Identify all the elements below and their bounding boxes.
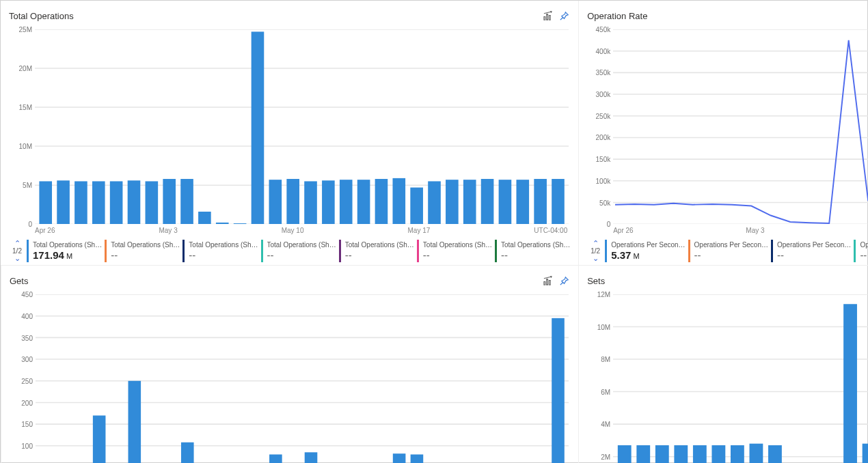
legend-label: Operations Per Secon… — [694, 241, 768, 249]
svg-rect-9 — [39, 181, 52, 224]
svg-rect-94 — [552, 318, 565, 463]
pin-icon[interactable] — [558, 10, 570, 22]
svg-rect-12 — [92, 181, 105, 224]
chevron-up-icon[interactable]: ⌃ — [593, 240, 599, 247]
legend-value: 171.94 M — [33, 249, 102, 262]
svg-rect-52 — [544, 281, 545, 285]
svg-rect-14 — [128, 180, 141, 224]
svg-rect-32 — [446, 180, 459, 224]
legend-item[interactable]: Total Operations (Sh…-- — [182, 240, 258, 262]
tile-operation-rate: Operation Rate 050k100k150k200k250k300k3… — [578, 1, 868, 265]
svg-rect-11 — [74, 181, 87, 224]
legend-item[interactable]: Total Operations (Sh…-- — [339, 240, 414, 262]
chart-title: Sets — [587, 276, 868, 286]
chart-title: Operation Rate — [587, 11, 868, 21]
legend-item[interactable]: Total Operations (Sh…-- — [105, 240, 180, 262]
y-axis: 05M10M15M20M25M — [9, 29, 33, 224]
legend-value: -- — [189, 249, 258, 262]
legend-value: -- — [111, 249, 180, 262]
svg-rect-31 — [428, 181, 441, 224]
y-axis: 050100150200250300350400450 — [10, 294, 34, 463]
legend-item[interactable]: Operations Per Secon…-- — [854, 240, 868, 262]
legend-item[interactable]: Total Operations (Sh…171.94 M — [27, 240, 102, 262]
legend-label: Total Operations (Sh… — [189, 241, 258, 249]
tile-gets: Gets 050100150200250300350400450 Apr 26M… — [1, 265, 578, 463]
legend-row: ⌃ 1/2 ⌄ Operations Per Secon…5.37 MOpera… — [587, 240, 868, 262]
chevron-down-icon[interactable]: ⌄ — [14, 255, 21, 262]
svg-rect-22 — [269, 180, 282, 224]
chevron-up-icon[interactable]: ⌃ — [14, 240, 21, 247]
legend-label: Total Operations (Sh… — [423, 241, 492, 249]
legend-item[interactable]: Total Operations (Sh…-- — [495, 240, 570, 262]
legend-swatch — [261, 240, 263, 262]
svg-rect-53 — [546, 279, 547, 284]
svg-rect-111 — [731, 445, 744, 463]
chart-area[interactable]: 02M4M6M8M10M12M — [613, 294, 868, 463]
svg-rect-10 — [57, 180, 70, 224]
svg-rect-24 — [304, 181, 317, 224]
svg-rect-106 — [637, 445, 651, 463]
legend-value: -- — [777, 249, 851, 262]
chart-area[interactable]: 050100150200250300350400450 — [36, 294, 569, 463]
legend-swatch — [339, 240, 341, 262]
svg-rect-33 — [463, 180, 476, 224]
svg-rect-2 — [549, 15, 550, 20]
svg-rect-78 — [269, 455, 282, 463]
chevron-down-icon[interactable]: ⌄ — [593, 255, 599, 262]
chart-title: Total Operations — [9, 11, 537, 21]
svg-rect-118 — [863, 444, 868, 463]
pin-icon[interactable] — [558, 275, 570, 287]
svg-rect-73 — [181, 443, 194, 463]
legend-value: -- — [501, 249, 570, 262]
chart-area[interactable]: 050k100k150k200k250k300k350k400k450k — [613, 29, 868, 224]
chart-area[interactable]: 05M10M15M20M25M — [35, 29, 569, 224]
svg-rect-105 — [618, 445, 632, 463]
legend-swatch — [771, 240, 773, 262]
svg-rect-107 — [655, 445, 669, 463]
svg-rect-13 — [110, 181, 123, 224]
legend-pager[interactable]: ⌃ 1/2 ⌄ — [9, 240, 25, 262]
svg-rect-35 — [499, 180, 512, 224]
legend-label: Total Operations (Sh… — [345, 241, 414, 249]
legend-label: Operations Per Secon… — [611, 241, 685, 249]
legend-label: Operations Per Secon… — [777, 241, 851, 249]
legend-item[interactable]: Operations Per Secon…-- — [771, 240, 851, 262]
svg-rect-27 — [357, 180, 370, 224]
legend-label: Total Operations (Sh… — [501, 241, 570, 249]
svg-rect-0 — [544, 16, 545, 20]
legend-value: -- — [345, 249, 414, 262]
svg-rect-19 — [216, 223, 229, 224]
legend-swatch — [854, 240, 856, 262]
svg-rect-30 — [410, 188, 423, 225]
y-axis: 050k100k150k200k250k300k350k400k450k — [587, 29, 612, 224]
legend-value: -- — [694, 249, 768, 262]
svg-rect-21 — [252, 31, 265, 224]
svg-rect-85 — [393, 453, 406, 463]
legend-swatch — [495, 240, 497, 262]
legend-swatch — [182, 240, 185, 262]
legend-swatch — [105, 240, 107, 262]
legend-item[interactable]: Total Operations (Sh…-- — [417, 240, 492, 262]
legend-row: ⌃ 1/2 ⌄ Total Operations (Sh…171.94 MTot… — [9, 240, 570, 262]
legend-label: Total Operations (Sh… — [33, 241, 102, 249]
svg-rect-23 — [286, 179, 299, 224]
legend-value: -- — [860, 249, 868, 262]
svg-rect-18 — [198, 212, 211, 224]
svg-rect-1 — [546, 14, 547, 19]
chart-title: Gets — [10, 276, 537, 286]
open-metrics-icon[interactable] — [541, 275, 554, 287]
svg-rect-16 — [163, 179, 176, 224]
svg-rect-38 — [552, 179, 565, 224]
legend-pager[interactable]: ⌃ 1/2 ⌄ — [587, 240, 603, 262]
legend-label: Total Operations (Sh… — [267, 241, 336, 249]
legend-swatch — [27, 240, 29, 262]
svg-rect-25 — [322, 180, 335, 224]
legend-value: -- — [267, 249, 336, 262]
open-metrics-icon[interactable] — [541, 10, 554, 22]
x-axis: Apr 26May 3May 10May 17UTC-04:00 — [613, 227, 868, 234]
legend-value: -- — [423, 249, 492, 262]
legend-item[interactable]: Operations Per Secon…5.37 M — [605, 240, 685, 262]
legend-label: Total Operations (Sh… — [111, 241, 180, 249]
legend-item[interactable]: Total Operations (Sh…-- — [261, 240, 336, 262]
legend-item[interactable]: Operations Per Secon…-- — [688, 240, 768, 262]
